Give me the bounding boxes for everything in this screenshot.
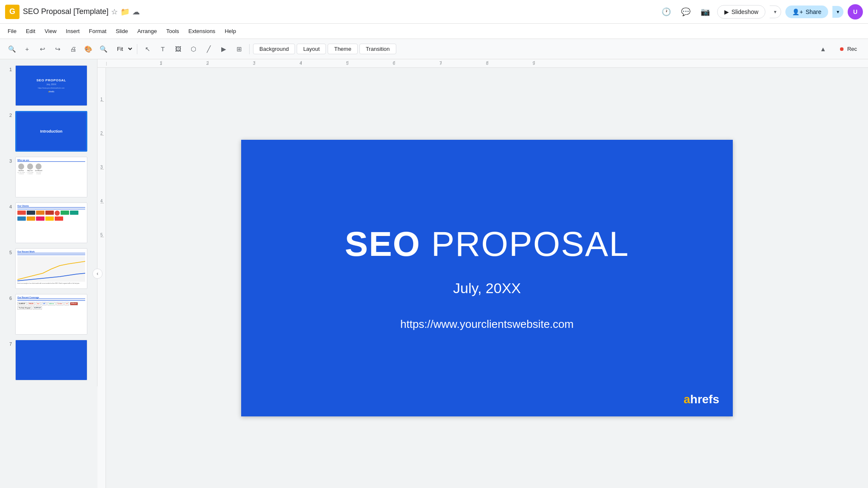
share-button[interactable]: 👤+ Share bbox=[785, 6, 828, 18]
thumb4-logo-5 bbox=[55, 211, 60, 216]
collapse-panel-button[interactable]: ‹ bbox=[92, 269, 103, 279]
lines-button[interactable]: ╱ bbox=[202, 42, 215, 56]
menu-view[interactable]: View bbox=[40, 26, 61, 36]
thumb4-logo-6 bbox=[61, 211, 69, 215]
menu-insert[interactable]: Insert bbox=[61, 26, 84, 36]
slide-number-6: 6 bbox=[5, 294, 12, 301]
slide-thumbnail-7[interactable] bbox=[15, 340, 87, 380]
slide-main-logo: ahrefs bbox=[684, 393, 719, 406]
transition-button[interactable]: Transition bbox=[359, 44, 396, 54]
ruler-v-mark-2: 2 bbox=[100, 102, 103, 136]
star-icon[interactable]: ☆ bbox=[111, 7, 118, 17]
menu-arrange[interactable]: Arrange bbox=[133, 26, 161, 36]
ruler-mark-9: 9 bbox=[488, 61, 535, 66]
ruler-mark-2: 2 bbox=[162, 61, 209, 66]
slideshow-label: Slideshow bbox=[732, 8, 759, 15]
comments-button[interactable]: 💬 bbox=[678, 4, 693, 19]
menu-help[interactable]: Help bbox=[220, 26, 240, 36]
slide-thumb-3[interactable]: 3 Who we are Bob Ruiz CEO, SEO Manager 1… bbox=[0, 154, 97, 200]
app-icon[interactable]: G bbox=[5, 5, 19, 19]
avatar[interactable]: U bbox=[848, 4, 863, 19]
menu-extensions[interactable]: Extensions bbox=[184, 26, 220, 36]
thumb5-chart bbox=[17, 256, 85, 282]
history-button[interactable]: 🕐 bbox=[659, 4, 674, 19]
slideshow-dropdown-button[interactable]: ▾ bbox=[770, 6, 781, 18]
thumb4-title: Our Clients bbox=[17, 205, 85, 208]
slide-thumbnail-5[interactable]: Our Recent Work Here's an example of our… bbox=[15, 248, 87, 289]
media-glamour: GLAMOUR bbox=[17, 302, 27, 305]
layout-button[interactable]: Layout bbox=[297, 44, 326, 54]
thumb2-text: Introduction bbox=[40, 129, 63, 133]
rec-button[interactable]: ⏺ Rec bbox=[833, 44, 863, 54]
main-slide[interactable]: SEO PROPOSAL July, 20XX https://www.your… bbox=[241, 140, 733, 416]
slide-title-bold: SEO bbox=[345, 225, 420, 263]
slide-thumb-6[interactable]: 6 Our Recent Coverage GLAMOUR GRAZIA hea… bbox=[0, 291, 97, 337]
doc-title[interactable]: SEO Proposal [Template] bbox=[23, 7, 108, 16]
zoom-select[interactable]: Fit bbox=[112, 44, 134, 54]
slide-thumb-1[interactable]: 1 SEO PROPOSAL July, 20XX https://www.yo… bbox=[0, 63, 97, 108]
logo-hrefs-text: hrefs bbox=[690, 393, 719, 406]
select-button[interactable]: ↖ bbox=[141, 42, 154, 56]
media-corriere: Corriere bbox=[56, 302, 64, 305]
rec-icon: ⏺ bbox=[839, 46, 845, 52]
image-button[interactable]: 🖼 bbox=[171, 42, 185, 56]
camera-button[interactable]: 📷 bbox=[698, 4, 713, 19]
undo-button[interactable]: ↩ bbox=[36, 42, 49, 56]
slide-thumbnail-6[interactable]: Our Recent Coverage GLAMOUR GRAZIA heat … bbox=[15, 294, 87, 335]
thumb1-url: https://www.yourclientswebsite.com bbox=[38, 87, 65, 89]
folder-icon[interactable]: 📁 bbox=[120, 7, 130, 17]
thumb1-sub: July, 20XX bbox=[46, 83, 56, 86]
menu-slide[interactable]: Slide bbox=[111, 26, 132, 36]
slide-canvas-container: 1 2 3 4 5 SEO PROPOSAL July, 20XX https:… bbox=[97, 68, 868, 488]
redo-button[interactable]: ↪ bbox=[51, 42, 64, 56]
toolbar-divider-2 bbox=[249, 44, 250, 54]
theme-button[interactable]: Theme bbox=[328, 44, 357, 54]
slide-thumb-4[interactable]: 4 Our Clients bbox=[0, 200, 97, 246]
shapes-button[interactable]: ⬡ bbox=[186, 42, 200, 56]
collapse-toolbar-button[interactable]: ▲ bbox=[816, 42, 830, 56]
share-dropdown-button[interactable]: ▾ bbox=[832, 6, 843, 18]
paint-button[interactable]: 🎨 bbox=[81, 42, 95, 56]
media-red: red bbox=[64, 302, 69, 305]
thumb1-title: SEO PROPOSAL bbox=[36, 78, 66, 82]
print-button[interactable]: 🖨 bbox=[66, 42, 80, 56]
ruler-mark-6: 6 bbox=[348, 61, 395, 66]
slideshow-button[interactable]: ▶ Slideshow bbox=[717, 5, 766, 19]
text-button[interactable]: T bbox=[156, 42, 170, 56]
slide-main-subtitle: July, 20XX bbox=[453, 280, 521, 297]
search-button[interactable]: 🔍 bbox=[5, 42, 19, 56]
thumb3-person-1: Bob Ruiz CEO, SEO Manager 10 years exp bbox=[17, 164, 25, 174]
thumb4-logo-2 bbox=[27, 211, 35, 215]
zoom-in-button[interactable]: + bbox=[20, 42, 34, 56]
more-button[interactable]: ⊞ bbox=[232, 42, 246, 56]
thumb4-logo-10 bbox=[36, 216, 45, 221]
share-icon: 👤+ bbox=[792, 8, 803, 15]
ruler-mark-1: 1 bbox=[115, 61, 162, 66]
cloud-icon[interactable]: ☁ bbox=[132, 7, 140, 17]
ruler-v-mark-5: 5 bbox=[100, 203, 103, 237]
slide-thumb-2[interactable]: 2 Introduction bbox=[0, 108, 97, 154]
menu-tools[interactable]: Tools bbox=[162, 26, 183, 36]
menu-edit[interactable]: Edit bbox=[22, 26, 39, 36]
slide-thumb-5[interactable]: 5 Our Recent Work Here's an example of o… bbox=[0, 246, 97, 291]
slide-thumbnail-4[interactable]: Our Clients bbox=[15, 202, 87, 243]
slide-title-regular: PROPOSAL bbox=[421, 225, 629, 263]
slide-thumbnail-2[interactable]: Introduction bbox=[15, 111, 87, 152]
video-button[interactable]: ▶ bbox=[217, 42, 231, 56]
ruler-v-mark-3: 3 bbox=[100, 136, 103, 169]
background-button[interactable]: Background bbox=[253, 44, 295, 54]
slide-thumbnail-3[interactable]: Who we are Bob Ruiz CEO, SEO Manager 10 … bbox=[15, 157, 87, 197]
media-waitrose: waitrose bbox=[47, 302, 55, 305]
media-huffpost: HUFFPOST bbox=[33, 306, 42, 310]
thumb4-logos bbox=[17, 211, 85, 221]
zoom-out-button[interactable]: 🔍 bbox=[97, 42, 110, 56]
ruler-mark-3: 3 bbox=[209, 61, 255, 66]
slide-number-5: 5 bbox=[5, 248, 12, 255]
menu-file[interactable]: File bbox=[3, 26, 21, 36]
menu-format[interactable]: Format bbox=[85, 26, 111, 36]
rec-label: Rec bbox=[847, 46, 857, 52]
slide-thumb-7[interactable]: 7 bbox=[0, 337, 97, 383]
share-label: Share bbox=[806, 8, 821, 15]
top-bar: G SEO Proposal [Template] ☆ 📁 ☁ 🕐 💬 📷 ▶ … bbox=[0, 0, 868, 24]
slide-thumbnail-1[interactable]: SEO PROPOSAL July, 20XX https://www.your… bbox=[15, 65, 87, 106]
